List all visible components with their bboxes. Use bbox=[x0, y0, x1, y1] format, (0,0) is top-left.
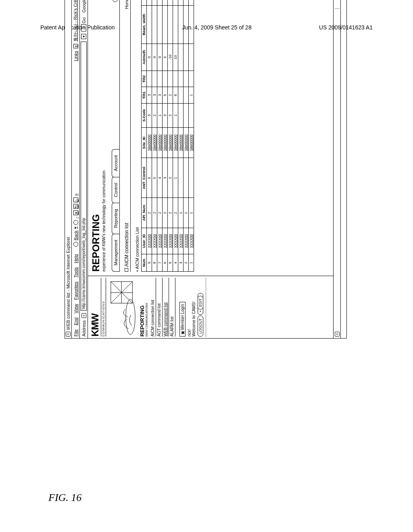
table-row: 4XXXX0021Site00000161017-DEC-07 12.55.37… bbox=[173, 0, 178, 272]
table-cell: 1 bbox=[173, 158, 178, 198]
table-cell: 4 bbox=[173, 254, 178, 272]
table-cell bbox=[189, 44, 194, 71]
table-cell[interactable]: XXXX00 bbox=[184, 228, 189, 254]
greet-name: rick! bbox=[187, 278, 192, 337]
menu-view[interactable]: View bbox=[73, 304, 78, 314]
table-cell[interactable]: XXXX00 bbox=[147, 228, 152, 254]
sidebar-heading: REPORTING bbox=[139, 278, 145, 337]
dropdown-arrow-icon[interactable]: ▾ bbox=[73, 227, 78, 229]
refresh-icon[interactable]: ↻ bbox=[73, 204, 78, 209]
table-cell: 1 bbox=[189, 254, 194, 272]
address-input[interactable] bbox=[81, 42, 87, 311]
subsection-title: • AICM connection List bbox=[135, 0, 140, 272]
resize-grip[interactable]: ◢ bbox=[340, 0, 346, 338]
table-cell[interactable]: Site00000 bbox=[178, 127, 184, 158]
back-icon[interactable] bbox=[73, 242, 78, 247]
table-cell: 17-DEC-07 12.58.51 PM bbox=[168, 0, 173, 5]
table-cell[interactable]: XXXX00 bbox=[152, 228, 157, 254]
table-cell[interactable]: XXXX00 bbox=[157, 228, 163, 254]
sidebar-link-web[interactable]: WEB command list bbox=[163, 278, 169, 337]
table-cell[interactable]: XXXX00 bbox=[163, 228, 168, 254]
table-cell: 2 bbox=[163, 198, 168, 228]
edit-button[interactable]: • EDIT bbox=[198, 293, 203, 315]
table-cell bbox=[184, 87, 189, 103]
table-cell[interactable]: Site00000 bbox=[189, 127, 194, 158]
table-cell bbox=[163, 71, 168, 87]
table-row: 6XXXX0023Site0000035517-DEC-07 12.59.30 … bbox=[163, 0, 168, 272]
table-cell: 1 bbox=[189, 198, 194, 228]
tab-reporting[interactable]: Reporting bbox=[112, 203, 119, 234]
table-cell: 6 bbox=[163, 254, 168, 272]
table-cell: 17-DEC-07 12.51.47 PM bbox=[189, 0, 194, 5]
table-cell[interactable]: Site00000 bbox=[152, 127, 157, 158]
table-cell: 2 bbox=[168, 198, 173, 228]
menu-favorites[interactable]: Favorites bbox=[73, 282, 78, 300]
data-table: NumUser_IDAPI_NumANT_ControlSite_IDS.Cod… bbox=[141, 0, 194, 272]
table-cell bbox=[173, 71, 178, 87]
table-cell bbox=[178, 103, 184, 127]
table-cell: 1 bbox=[178, 198, 184, 228]
table-cell[interactable]: XXXX00 bbox=[189, 228, 194, 254]
table-cell: 17-DEC-07 12.51.53 PM bbox=[178, 0, 184, 5]
breadcrumb: Home > Reporting > WEB command list bbox=[125, 0, 129, 9]
table-header: Tilt1 bbox=[142, 87, 147, 103]
table-cell: 3 bbox=[157, 87, 163, 103]
table-cell: 2 bbox=[157, 198, 163, 228]
table-cell: 3 bbox=[178, 254, 184, 272]
table-cell bbox=[152, 71, 157, 87]
table-cell: 1 bbox=[184, 198, 189, 228]
browser-window: e WEB command list - Microsoft Internet … bbox=[65, 0, 347, 339]
sidebar: KMW COMMUNICATIONS REPORTIN bbox=[88, 276, 333, 338]
table-cell[interactable]: Site00000 bbox=[163, 127, 168, 158]
home-icon[interactable]: ⌂ bbox=[73, 197, 78, 202]
table-header: Tilt2 bbox=[142, 71, 147, 87]
menu-file[interactable]: File bbox=[73, 329, 78, 337]
table-cell: 0 bbox=[147, 44, 152, 71]
table-cell: 3 bbox=[163, 103, 168, 127]
menu-end[interactable]: End bbox=[73, 318, 78, 326]
back-button[interactable]: Back bbox=[73, 231, 78, 240]
tab-control[interactable]: Control bbox=[112, 177, 119, 203]
menu-help[interactable]: Help bbox=[73, 254, 78, 263]
table-cell: 17-DEC-07 01.05.53 PM bbox=[157, 0, 163, 5]
stop-icon[interactable]: ✕ bbox=[73, 210, 78, 215]
quick-link-1[interactable]: 통하나나 - Rick's Crib bbox=[73, 0, 79, 42]
separator: - bbox=[73, 217, 78, 218]
table-cell: 6 bbox=[173, 87, 178, 103]
go-button[interactable]: →Go bbox=[81, 17, 86, 31]
table-cell: 17-DEC-07 12.59.30 PM bbox=[163, 0, 168, 5]
table-cell[interactable]: Site00000 bbox=[168, 127, 173, 158]
tab-account[interactable]: Account bbox=[112, 149, 119, 177]
table-cell bbox=[168, 71, 173, 87]
table-cell: 5 bbox=[152, 158, 157, 198]
tab-management[interactable]: Management bbox=[112, 234, 119, 272]
sidebar-link-aicm[interactable]: AICM connection list bbox=[150, 278, 156, 337]
table-header: Num bbox=[142, 254, 147, 272]
table-cell: 2 bbox=[152, 103, 157, 127]
table-cell[interactable]: Site00000 bbox=[147, 127, 152, 158]
table-row: 7XXXX0024Site0000013017-DEC-07 01.05.53 … bbox=[157, 0, 163, 272]
table-cell bbox=[178, 71, 184, 87]
logo: KMW bbox=[90, 278, 101, 337]
sidebar-link-alarm[interactable]: ALARM list bbox=[169, 278, 175, 337]
sidebar-link-aot[interactable]: AOT command list bbox=[156, 278, 163, 337]
link-home[interactable]: HOME bbox=[113, 0, 118, 2]
table-cell: 5 bbox=[163, 87, 168, 103]
table-cell bbox=[157, 5, 163, 44]
table-cell[interactable]: Site00000 bbox=[173, 127, 178, 158]
table-cell[interactable]: Site00000 bbox=[157, 127, 163, 158]
table-cell[interactable]: Site00000 bbox=[184, 127, 189, 158]
table-cell[interactable]: XXXX00 bbox=[178, 228, 184, 254]
table-cell[interactable]: XXXX00 bbox=[173, 228, 178, 254]
table-cell: 1 bbox=[189, 87, 194, 103]
forward-icon[interactable] bbox=[73, 220, 78, 225]
table-cell bbox=[184, 44, 189, 71]
tab-bar: Management Reporting Control Account HOM… bbox=[112, 0, 120, 272]
address-dropdown[interactable]: ▾ bbox=[81, 34, 86, 39]
menu-tools[interactable]: Tools bbox=[73, 267, 78, 278]
table-cell: 3 bbox=[147, 87, 152, 103]
table-cell[interactable]: XXXX00 bbox=[168, 228, 173, 254]
logout-button[interactable]: LOGOUT bbox=[198, 316, 203, 337]
table-row: 8XXXX0025Site0000023017-DEC-07 01.06.44 … bbox=[152, 0, 157, 272]
link-icon-1[interactable]: e bbox=[73, 44, 78, 48]
